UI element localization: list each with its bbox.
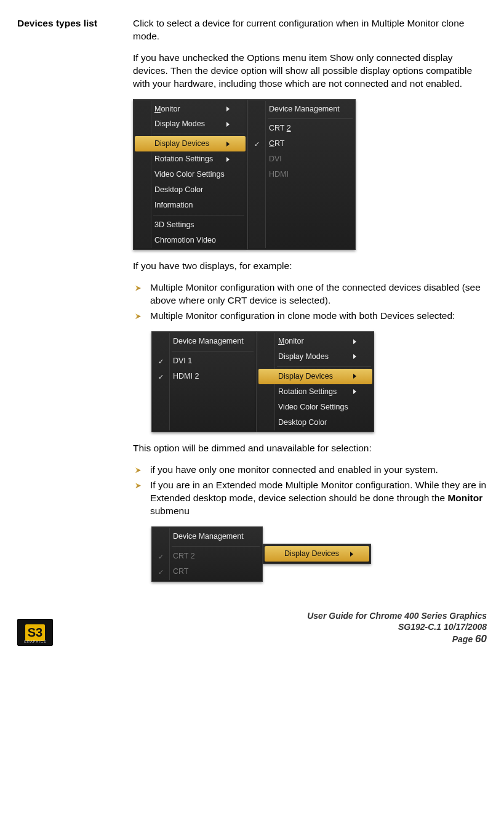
chevron-right-icon: [353, 374, 356, 379]
para-2: If you have unchecked the Options menu i…: [133, 52, 487, 91]
menu1-right-item-2[interactable]: DVI: [249, 151, 354, 167]
page-footer: S3 GRAPHICS User Guide for Chrome 400 Se…: [17, 610, 487, 646]
chevron-right-icon: [353, 354, 356, 359]
menu2-left-panel: Device Management ✓DVI 1✓HDMI 2: [151, 331, 257, 432]
menu-screenshot-3: Device Management ✓CRT 2✓CRT Display Dev…: [151, 526, 487, 582]
footer-title: User Guide for Chrome 400 Series Graphic…: [307, 610, 487, 621]
menu1-left-item-3[interactable]: Display Devices: [135, 136, 246, 151]
menu1-left-item-7[interactable]: Information: [135, 198, 246, 213]
menu2-right-item-3[interactable]: Display Devices: [258, 369, 372, 384]
chevron-right-icon: [353, 389, 356, 394]
menu2-right-item-6[interactable]: Desktop Color: [258, 415, 372, 430]
chevron-right-icon: [226, 107, 230, 111]
menu1-left-item-9[interactable]: 3D Settings: [135, 217, 246, 233]
section-content: Click to select a device for current con…: [133, 17, 487, 592]
bullet-2a: if you have only one monitor connected a…: [133, 464, 487, 477]
menu3-right-panel: Display Devices: [263, 544, 371, 564]
menu1-left-item-1[interactable]: Display Modes: [135, 116, 246, 132]
menu2-left-header[interactable]: Device Management: [153, 334, 255, 349]
menu1-left-panel: MonitorDisplay ModesDisplay DevicesRotat…: [133, 99, 247, 251]
menu1-left-item-4[interactable]: Rotation Settings: [135, 151, 246, 167]
bullet-list-2: if you have only one monitor connected a…: [133, 464, 487, 518]
menu1-left-item-10[interactable]: Chromotion Video: [135, 233, 246, 248]
menu2-right-item-4[interactable]: Rotation Settings: [258, 384, 372, 400]
menu2-right-item-1[interactable]: Display Modes: [258, 349, 372, 365]
menu1-right-header[interactable]: Device Management: [249, 102, 354, 117]
chevron-right-icon: [226, 157, 230, 162]
para-intro2: If you have two displays, for example:: [133, 260, 487, 273]
menu2-left-item-0[interactable]: ✓DVI 1: [153, 353, 255, 369]
menu2-right-item-0[interactable]: Monitor: [258, 334, 372, 349]
menu1-left-item-0[interactable]: Monitor: [135, 102, 246, 117]
chevron-right-icon: [226, 142, 230, 147]
menu-screenshot-2: Device Management ✓DVI 1✓HDMI 2 MonitorD…: [151, 331, 487, 432]
menu1-left-item-5[interactable]: Video Color Settings: [135, 167, 246, 182]
chevron-right-icon: [353, 339, 356, 344]
section-label: Devices types list: [17, 17, 122, 592]
bullet-1b: Multiple Monitor configuration in clone …: [133, 310, 487, 323]
chevron-right-icon: [226, 122, 230, 127]
menu3-left-item-0[interactable]: ✓CRT 2: [153, 549, 261, 564]
bullet-1a: Multiple Monitor configuration with one …: [133, 281, 487, 307]
menu2-right-item-5[interactable]: Video Color Settings: [258, 400, 372, 415]
menu1-right-item-0[interactable]: CRT 2: [249, 121, 354, 136]
menu3-left-header[interactable]: Device Management: [153, 529, 261, 544]
menu1-right-item-3[interactable]: HDMI: [249, 167, 354, 182]
para-1: Click to select a device for current con…: [133, 17, 487, 43]
menu3-left-item-1[interactable]: ✓CRT: [153, 564, 261, 579]
footer-meta: SG192-C.1 10/17/2008: [307, 621, 487, 632]
menu3-right-item[interactable]: Display Devices: [265, 546, 369, 562]
s3-logo: S3 GRAPHICS: [17, 619, 53, 646]
footer-page: Page 60: [307, 632, 487, 646]
menu-screenshot-1: MonitorDisplay ModesDisplay DevicesRotat…: [133, 99, 487, 251]
para-intro3: This option will be dimmed and unavailab…: [133, 442, 487, 455]
menu1-right-item-1[interactable]: ✓CRT: [249, 136, 354, 151]
bullet-list-1: Multiple Monitor configuration with one …: [133, 281, 487, 323]
chevron-right-icon: [350, 552, 353, 557]
menu1-right-panel: Device Management CRT 2✓CRTDVIHDMI: [247, 99, 356, 251]
menu1-left-item-6[interactable]: Desktop Color: [135, 182, 246, 198]
menu2-left-item-1[interactable]: ✓HDMI 2: [153, 369, 255, 384]
menu3-left-panel: Device Management ✓CRT 2✓CRT: [151, 526, 263, 582]
bullet-2b: If you are in an Extended mode Multiple …: [133, 479, 487, 518]
menu2-right-panel: MonitorDisplay ModesDisplay DevicesRotat…: [257, 331, 374, 432]
